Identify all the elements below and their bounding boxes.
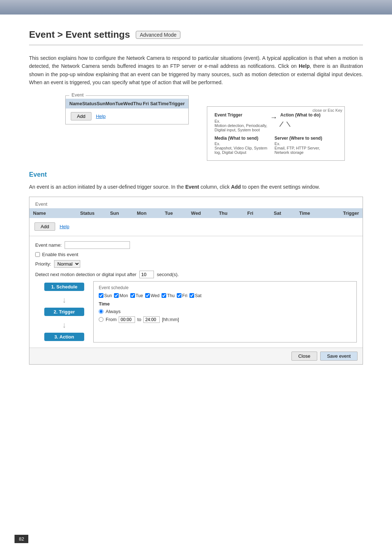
always-row: Always — [99, 309, 351, 314]
from-label: From — [106, 317, 117, 322]
day-sat: Sat — [189, 293, 201, 298]
steps-container: 1. Schedule ↓ 2. Trigger ↓ 3. Action Eve… — [35, 281, 357, 342]
help-link-top[interactable]: Help — [96, 114, 106, 119]
col-sat: Sat — [150, 101, 158, 106]
col-wed: Wed — [123, 101, 133, 106]
priority-row: Priority: Normal High Low — [35, 260, 357, 268]
label-wed: Wed — [151, 293, 159, 298]
media-block: Media (What to send) Ex. Snapshot, Video… — [215, 136, 267, 155]
day-thu: Thu — [162, 293, 175, 298]
server-block: Server (Where to send) Ex. Email, FTP, H… — [274, 136, 322, 155]
schedule-label[interactable]: 1. Schedule — [44, 283, 84, 291]
time-section: Time Always From to [hh:mm] — [99, 301, 351, 323]
hhmm-label: [hh:mm] — [162, 317, 179, 322]
label-thu: Thu — [167, 293, 175, 298]
priority-select[interactable]: Normal High Low — [54, 260, 80, 268]
priority-label: Priority: — [35, 261, 51, 267]
diagram-action-side: Action (What to do) / \ — [280, 112, 324, 129]
day-wed: Wed — [145, 293, 159, 298]
checkbox-thu[interactable] — [162, 293, 166, 298]
checkbox-sun[interactable] — [99, 293, 103, 298]
to-label: to — [137, 317, 141, 322]
bcol-mon: Mon — [128, 210, 155, 216]
help-link-bottom[interactable]: Help — [60, 224, 69, 229]
close-button[interactable]: Close — [291, 352, 317, 361]
event-legend-top: Event — [69, 92, 86, 98]
diagram-block: Event Trigger Ex. Motion detection, Peri… — [215, 112, 337, 132]
event-legend-bottom: Event — [29, 197, 363, 207]
detect-label: Detect next motion detection or digital … — [35, 272, 136, 277]
media-label: Media (What to send) — [215, 136, 267, 141]
page-title: Event > Event settings — [29, 29, 130, 40]
step-action: 3. Action — [35, 333, 93, 342]
add-help-row-top: Add Help — [66, 108, 188, 124]
from-row: From to [hh:mm] — [99, 316, 351, 323]
label-sat: Sat — [195, 293, 201, 298]
radio-from[interactable] — [99, 317, 103, 322]
add-button-top[interactable]: Add — [71, 112, 91, 120]
detect-input[interactable] — [139, 271, 154, 278]
enable-row: Enable this event — [35, 252, 357, 257]
step-schedule: 1. Schedule — [35, 283, 93, 292]
bcol-time: Time — [291, 210, 318, 216]
event-table-header-top: Name Status Sun Mon Tue Wed Thu Fri Sat … — [66, 99, 188, 108]
bcol-status: Status — [74, 210, 101, 216]
checkbox-fri[interactable] — [177, 293, 181, 298]
top-bar — [0, 0, 392, 15]
label-mon: Mon — [119, 293, 128, 298]
to-time-input[interactable] — [143, 316, 160, 323]
col-sun: Sun — [97, 101, 106, 106]
event-section-heading: Event — [29, 171, 363, 178]
close-esc-label[interactable]: close or Esc Key — [313, 108, 342, 112]
label-fri: Fri — [182, 293, 187, 298]
time-label: Time — [99, 301, 351, 307]
col-thu: Thu — [133, 101, 142, 106]
page-title-row: Event > Event settings Advanced Mode — [29, 29, 363, 45]
arrow-schedule-trigger: ↓ — [62, 295, 66, 305]
server-ex: Ex. Email, FTP, HTTP Server, Network sto… — [274, 141, 322, 155]
schedule-legend: Event schedule — [99, 285, 351, 290]
radio-always[interactable] — [99, 309, 103, 314]
enable-checkbox[interactable] — [35, 252, 40, 257]
bcol-fri: Fri — [237, 210, 264, 216]
trigger-label[interactable]: 2. Trigger — [44, 308, 84, 316]
event-table-header-bottom: Name Status Sun Mon Tue Wed Thu Fri Sat … — [29, 208, 363, 218]
steps-left: 1. Schedule ↓ 2. Trigger ↓ 3. Action — [35, 281, 93, 342]
media-ex: Ex. Snapshot, Video Clip, System log, Di… — [215, 141, 267, 155]
checkbox-sat[interactable] — [189, 293, 194, 298]
arrow-right: → — [270, 112, 277, 122]
bcol-sun: Sun — [101, 210, 128, 216]
col-tue: Tue — [115, 101, 123, 106]
detect-unit: second(s). — [157, 272, 179, 277]
event-name-label: Event name: — [35, 242, 62, 248]
slash-right: \ — [286, 119, 291, 129]
advanced-mode-badge: Advanced Mode — [136, 31, 180, 39]
event-section-desc: An event is an action initiated by a use… — [29, 183, 363, 191]
day-mon: Mon — [114, 293, 128, 298]
action-step-label[interactable]: 3. Action — [44, 333, 84, 341]
bcol-sat: Sat — [264, 210, 291, 216]
day-fri: Fri — [177, 293, 187, 298]
checkbox-tue[interactable] — [130, 293, 135, 298]
bcol-trigger: Trigger — [318, 210, 359, 216]
always-label: Always — [106, 309, 121, 314]
label-sun: Sun — [104, 293, 112, 298]
col-mon: Mon — [106, 101, 115, 106]
full-add-help-row: Add Help — [29, 219, 363, 236]
event-name-row: Event name: — [35, 241, 357, 249]
checkbox-mon[interactable] — [114, 293, 119, 298]
from-time-input[interactable] — [119, 316, 135, 323]
form-footer: Close Save event — [29, 348, 363, 364]
help-tooltip: close or Esc Key Event Trigger Ex. Motio… — [207, 106, 345, 161]
media-server-row: Media (What to send) Ex. Snapshot, Video… — [215, 136, 337, 155]
save-event-button[interactable]: Save event — [320, 352, 358, 361]
event-panel-top: Event Name Status Sun Mon Tue Wed Thu Fr… — [65, 95, 189, 124]
days-row: Sun Mon Tue Wed — [99, 293, 351, 298]
server-label: Server (Where to send) — [274, 136, 322, 141]
page-description: This section explains how to configure t… — [29, 54, 363, 87]
event-name-input[interactable] — [65, 241, 130, 249]
add-button-bottom[interactable]: Add — [34, 222, 55, 231]
action-label: Action (What to do) — [280, 112, 324, 118]
col-trigger: Trigger — [169, 101, 185, 106]
checkbox-wed[interactable] — [145, 293, 150, 298]
